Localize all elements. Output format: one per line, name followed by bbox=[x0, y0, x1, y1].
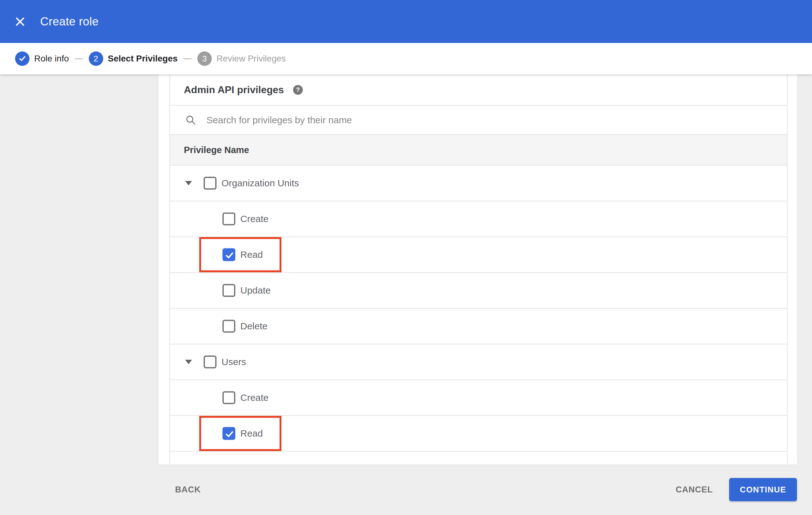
privilege-label: Delete bbox=[240, 321, 268, 332]
step-select-privileges[interactable]: 2 Select Privileges bbox=[89, 52, 178, 66]
step-role-info[interactable]: Role info bbox=[15, 52, 69, 66]
table-header-row: Privilege Name bbox=[170, 135, 787, 165]
section-header: Admin API privileges ? bbox=[170, 74, 787, 106]
step-review-privileges[interactable]: 3 Review Privileges bbox=[197, 52, 286, 66]
privilege-row-update: Update bbox=[170, 273, 787, 309]
privileges-table: Admin API privileges ? Privilege Name bbox=[169, 74, 787, 515]
checkbox-organization-units[interactable] bbox=[204, 177, 216, 190]
step-2-label: Select Privileges bbox=[108, 54, 178, 64]
footer-bar: BACK CANCEL CONTINUE bbox=[0, 464, 812, 515]
checkbox-update[interactable] bbox=[223, 284, 235, 297]
privilege-row-create: Create bbox=[170, 380, 787, 416]
back-button[interactable]: BACK bbox=[175, 485, 201, 495]
cancel-button[interactable]: CANCEL bbox=[676, 485, 713, 495]
stepper: Role info 2 Select Privileges 3 Review P… bbox=[0, 43, 812, 74]
page-background: Admin API privileges ? Privilege Name bbox=[0, 74, 812, 515]
privilege-row-create: Create bbox=[170, 201, 787, 237]
continue-button[interactable]: CONTINUE bbox=[729, 478, 797, 501]
privilege-row-delete: Delete bbox=[170, 309, 787, 344]
dialog-title: Create role bbox=[40, 15, 98, 28]
help-icon[interactable]: ? bbox=[293, 85, 303, 95]
privilege-row-read: Read bbox=[170, 416, 787, 452]
checkbox-create[interactable] bbox=[223, 391, 235, 404]
step-3-label: Review Privileges bbox=[216, 54, 286, 64]
privilege-row-users: Users bbox=[170, 344, 787, 380]
privilege-label: Update bbox=[240, 285, 271, 296]
checkbox-delete[interactable] bbox=[223, 320, 235, 333]
step-connector bbox=[75, 58, 83, 59]
column-header-privilege-name: Privilege Name bbox=[184, 145, 249, 155]
privilege-label: Create bbox=[240, 214, 268, 224]
section-heading: Admin API privileges bbox=[184, 84, 284, 96]
privilege-rows: Organization Units Create Read Update bbox=[170, 165, 787, 452]
search-input[interactable] bbox=[206, 115, 774, 126]
privilege-search-bar bbox=[170, 106, 787, 135]
privilege-row-read: Read bbox=[170, 237, 787, 273]
create-role-dialog: Create role Role info 2 Select Privilege… bbox=[0, 0, 812, 515]
close-icon[interactable] bbox=[14, 16, 26, 27]
step-1-label: Role info bbox=[34, 54, 69, 64]
privilege-label: Create bbox=[240, 392, 268, 403]
privilege-label: Users bbox=[222, 357, 246, 367]
checkbox-users[interactable] bbox=[204, 356, 216, 368]
step-1-check-icon bbox=[15, 52, 29, 66]
privilege-row-organization-units: Organization Units bbox=[170, 165, 787, 201]
privilege-label: Organization Units bbox=[222, 178, 299, 188]
expand-arrow-icon[interactable] bbox=[185, 360, 192, 364]
privileges-card: Admin API privileges ? Privilege Name bbox=[158, 74, 798, 515]
search-icon bbox=[185, 115, 196, 126]
annotation-highlight-box bbox=[199, 237, 282, 272]
annotation-highlight-box bbox=[199, 416, 282, 451]
step-2-indicator: 2 bbox=[89, 52, 103, 66]
step-connector bbox=[183, 58, 192, 59]
checkbox-create[interactable] bbox=[223, 213, 235, 225]
app-bar: Create role bbox=[0, 0, 812, 43]
expand-arrow-icon[interactable] bbox=[185, 181, 192, 185]
footer-actions: CANCEL CONTINUE bbox=[676, 478, 797, 501]
step-3-indicator: 3 bbox=[197, 52, 212, 66]
